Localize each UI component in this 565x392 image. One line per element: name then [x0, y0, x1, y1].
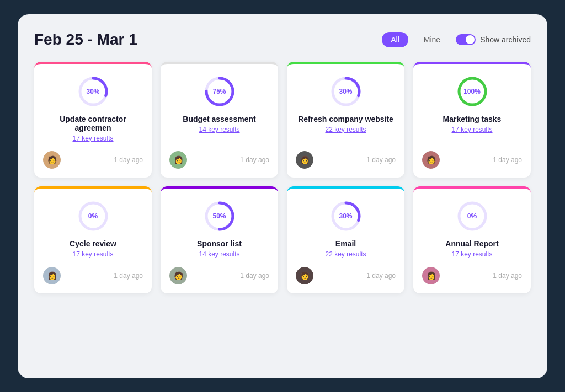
progress-circle: 30% — [77, 75, 110, 108]
avatar-face: 👩 — [169, 151, 187, 169]
main-container: Feb 25 - Mar 1 All Mine Show archived 30… — [18, 14, 547, 378]
date-range: Feb 25 - Mar 1 — [34, 31, 137, 49]
card-key-results[interactable]: 22 key results — [325, 126, 366, 133]
progress-label: 30% — [339, 88, 352, 95]
progress-circle: 0% — [456, 200, 489, 233]
progress-circle: 50% — [203, 200, 236, 233]
progress-label: 0% — [88, 212, 98, 220]
time-ago: 1 day ago — [240, 156, 269, 164]
progress-label: 30% — [339, 212, 352, 220]
progress-circle: 30% — [329, 200, 363, 233]
card-footer: 👩 1 day ago — [422, 267, 522, 284]
card-card-8[interactable]: 0% Annual Report 17 key results 👩 1 day … — [413, 186, 531, 293]
avatar: 🧑 — [296, 267, 313, 284]
card-key-results[interactable]: 22 key results — [325, 250, 366, 258]
avatar-face: 🧑 — [296, 267, 313, 284]
avatar-face: 🧑 — [43, 151, 61, 169]
card-footer: 👩 1 day ago — [43, 267, 143, 284]
progress-label: 50% — [212, 212, 226, 220]
card-card-7[interactable]: 30% Email 22 key results 🧑 1 day ago — [287, 186, 404, 293]
avatar-face: 👩 — [296, 151, 313, 169]
card-card-2[interactable]: 75% Budget assessment 14 key results 👩 1… — [161, 62, 278, 178]
avatar-face: 🧑 — [169, 267, 187, 284]
header: Feb 25 - Mar 1 All Mine Show archived — [34, 31, 531, 49]
card-key-results[interactable]: 17 key results — [451, 250, 492, 258]
avatar-face: 🧑 — [422, 151, 440, 169]
card-title: Email — [335, 239, 356, 248]
progress-label: 100% — [463, 88, 481, 95]
avatar: 🧑 — [169, 267, 187, 284]
card-card-5[interactable]: 0% Cycle review 17 key results 👩 1 day a… — [34, 186, 152, 293]
card-key-results[interactable]: 17 key results — [451, 126, 492, 133]
card-title: Update contractor agreemen — [43, 115, 143, 132]
card-footer: 🧑 1 day ago — [296, 267, 396, 284]
avatar: 👩 — [169, 151, 187, 169]
avatar: 👩 — [296, 151, 313, 169]
toggle-switch[interactable] — [456, 34, 476, 45]
time-ago: 1 day ago — [240, 272, 269, 280]
cards-grid: 30% Update contractor agreemen 17 key re… — [34, 62, 531, 293]
card-footer: 👩 1 day ago — [296, 151, 396, 169]
toggle-knob — [466, 35, 475, 44]
header-controls: All Mine Show archived — [382, 32, 531, 47]
card-title: Marketing tasks — [443, 115, 502, 123]
card-key-results[interactable]: 17 key results — [72, 250, 113, 258]
card-footer: 🧑 1 day ago — [169, 267, 269, 284]
show-archived-label: Show archived — [480, 35, 531, 44]
avatar-face: 👩 — [422, 267, 440, 284]
card-footer: 👩 1 day ago — [169, 151, 269, 169]
card-card-6[interactable]: 50% Sponsor list 14 key results 🧑 1 day … — [161, 186, 278, 293]
time-ago: 1 day ago — [493, 272, 522, 280]
progress-label: 0% — [467, 212, 477, 220]
card-key-results[interactable]: 14 key results — [199, 250, 239, 258]
avatar: 🧑 — [422, 151, 440, 169]
time-ago: 1 day ago — [114, 156, 143, 164]
time-ago: 1 day ago — [366, 272, 396, 280]
card-title: Annual Report — [445, 239, 498, 248]
card-card-3[interactable]: 30% Refresh company website 22 key resul… — [287, 62, 404, 178]
card-title: Budget assessment — [183, 115, 255, 123]
card-card-1[interactable]: 30% Update contractor agreemen 17 key re… — [34, 62, 152, 178]
time-ago: 1 day ago — [366, 156, 396, 164]
card-title: Sponsor list — [197, 239, 242, 248]
time-ago: 1 day ago — [493, 156, 522, 164]
filter-all-button[interactable]: All — [382, 32, 408, 47]
card-footer: 🧑 1 day ago — [422, 151, 522, 169]
progress-label: 75% — [212, 88, 226, 95]
card-key-results[interactable]: 17 key results — [72, 135, 113, 142]
progress-circle: 100% — [456, 75, 489, 108]
show-archived-toggle[interactable]: Show archived — [456, 34, 531, 45]
avatar: 🧑 — [43, 151, 61, 169]
progress-label: 30% — [86, 88, 99, 95]
time-ago: 1 day ago — [114, 272, 143, 280]
card-card-4[interactable]: 100% Marketing tasks 17 key results 🧑 1 … — [413, 62, 531, 178]
avatar-face: 👩 — [43, 267, 61, 284]
card-title: Refresh company website — [298, 115, 393, 123]
card-key-results[interactable]: 14 key results — [199, 126, 239, 133]
avatar: 👩 — [43, 267, 61, 284]
filter-mine-button[interactable]: Mine — [415, 32, 449, 47]
avatar: 👩 — [422, 267, 440, 284]
progress-circle: 75% — [203, 75, 236, 108]
card-footer: 🧑 1 day ago — [43, 151, 143, 169]
progress-circle: 30% — [329, 75, 363, 108]
card-title: Cycle review — [70, 239, 116, 248]
progress-circle: 0% — [77, 200, 110, 233]
